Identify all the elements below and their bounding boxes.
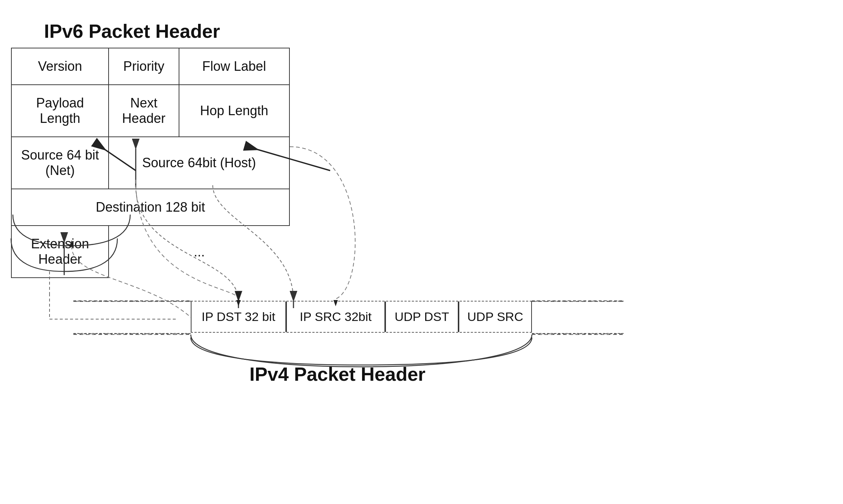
table-row: Version Priority Flow Label (11, 48, 289, 85)
cell-dots: ... (109, 226, 289, 278)
cell-source-net: Source 64 bit (Net) (11, 137, 109, 189)
table-row: Destination 128 bit (11, 189, 289, 226)
table-row: Extension Header ... (11, 226, 289, 278)
main-container: IPv6 Packet Header Version Priority Flow… (0, 0, 843, 504)
ipv4-title: IPv4 Packet Header (249, 363, 426, 385)
cell-source-host: Source 64bit (Host) (109, 137, 289, 189)
ipv6-table: Version Priority Flow Label Payload Leng… (11, 48, 290, 278)
table-row: Source 64 bit (Net) Source 64bit (Host) (11, 137, 289, 189)
cell-destination: Destination 128 bit (11, 189, 289, 226)
cell-extension-header: Extension Header (11, 226, 109, 278)
cell-next-header: Next Header (109, 85, 179, 137)
ipv4-cell-udp-dst: UDP DST (385, 302, 459, 332)
ipv4-packet: IP DST 32 bit IP SRC 32bit UDP DST UDP S… (191, 301, 532, 333)
ipv4-left-dash (73, 301, 191, 334)
ipv4-right-dash (532, 301, 624, 334)
cell-payload-length: Payload Length (11, 85, 109, 137)
table-row: Payload Length Next Header Hop Length (11, 85, 289, 137)
cell-version: Version (11, 48, 109, 85)
ipv4-cell-ip-dst: IP DST 32 bit (191, 302, 286, 332)
ipv4-cell-ip-src: IP SRC 32bit (286, 302, 385, 332)
ipv4-cell-udp-src: UDP SRC (459, 302, 532, 332)
ipv6-title: IPv6 Packet Header (44, 20, 220, 42)
ipv4-row: IP DST 32 bit IP SRC 32bit UDP DST UDP S… (191, 301, 532, 333)
cell-hop-length: Hop Length (179, 85, 290, 137)
cell-flow-label: Flow Label (179, 48, 290, 85)
cell-priority: Priority (109, 48, 179, 85)
